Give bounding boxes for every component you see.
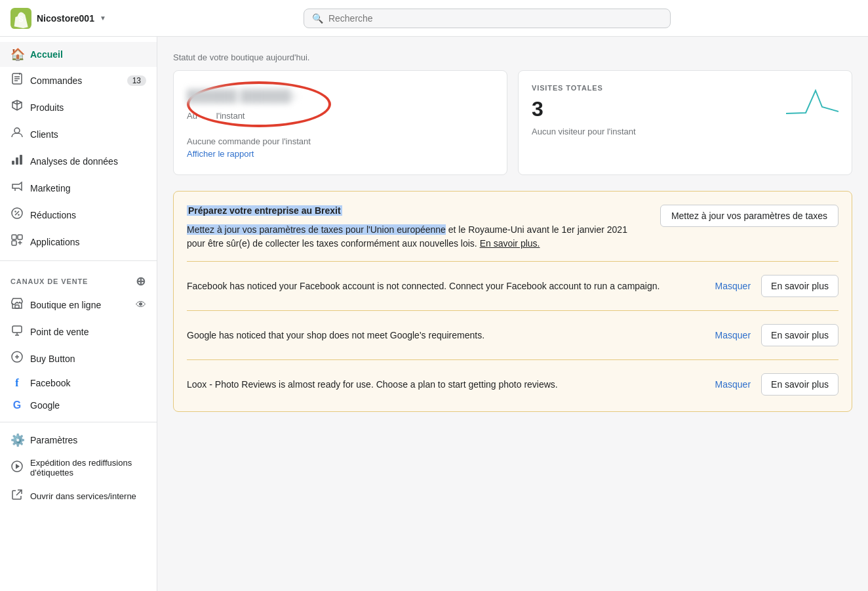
main-content: Statut de votre boutique aujourd'hui. ██…: [157, 37, 868, 591]
topbar: S Nicostore001 ▼ 🔍: [0, 0, 868, 37]
sidebar-item-ouvrir[interactable]: Ouvrir dans services/interne: [0, 483, 157, 510]
svg-rect-8: [16, 157, 18, 165]
sidebar-label-clients: Clients: [30, 129, 58, 140]
settings-icon: ⚙️: [10, 433, 24, 447]
blurred-orders-title: ██████ ██████s: [187, 89, 296, 102]
mini-chart: [786, 84, 838, 119]
sidebar-item-expedition[interactable]: Expédition des rediffusions d'étiquettes: [0, 453, 157, 483]
update-taxes-button[interactable]: Mettez à jour vos paramètres de taxes: [660, 205, 838, 227]
products-icon: [10, 99, 24, 115]
brexit-title: Préparez votre entreprise au Brexit: [187, 205, 342, 216]
loox-en-savoir-button[interactable]: En savoir plus: [761, 373, 838, 396]
google-notification: Google has noticed that your shop does n…: [187, 321, 838, 349]
brexit-section: Préparez votre entreprise au Brexit Mett…: [187, 205, 838, 251]
visits-stat-card: VISITES TOTALES 3 Aucun visiteur pour l'…: [518, 70, 852, 175]
afficher-rapport-link[interactable]: Afficher le rapport: [187, 149, 494, 159]
boutique-icon: [10, 296, 24, 313]
sidebar-item-parametres[interactable]: ⚙️ Paramètres: [0, 428, 157, 453]
brexit-text-area: Préparez votre entreprise au Brexit Mett…: [187, 205, 647, 251]
sidebar-item-produits[interactable]: Produits: [0, 94, 157, 121]
sidebar-label-expedition: Expédition des rediffusions d'étiquettes: [30, 458, 146, 478]
reductions-icon: [10, 207, 24, 223]
sidebar-item-clients[interactable]: Clients: [0, 121, 157, 148]
sidebar-label-analyses: Analyses de données: [30, 156, 118, 167]
svg-rect-7: [12, 161, 14, 165]
banner-divider-1: [187, 261, 838, 262]
svg-text:S: S: [18, 14, 24, 22]
svg-rect-12: [18, 235, 22, 239]
sidebar-label-parametres: Paramètres: [30, 435, 77, 445]
google-en-savoir-button[interactable]: En savoir plus: [761, 324, 838, 346]
sidebar-label-commandes: Commandes: [30, 75, 82, 86]
shopify-logo: S: [10, 8, 31, 29]
add-channel-icon[interactable]: ⊕: [136, 274, 146, 289]
orders-icon: [10, 72, 24, 89]
facebook-notification: Facebook has noticed your Facebook accou…: [187, 272, 838, 300]
svg-rect-14: [15, 305, 19, 308]
sidebar-label-facebook: Facebook: [30, 378, 70, 388]
loox-notification: Loox - Photo Reviews is almost ready for…: [187, 371, 838, 398]
canaux-section-title: CANAUX DE VENTE ⊕: [0, 266, 157, 291]
page-status-text: Statut de votre boutique aujourd'hui.: [173, 52, 852, 62]
eye-icon[interactable]: 👁: [136, 299, 146, 311]
orders-instant-label: Au l'instant: [187, 111, 494, 121]
sidebar-item-google[interactable]: G Google: [0, 394, 157, 417]
sidebar-item-marketing[interactable]: Marketing: [0, 174, 157, 201]
svg-rect-9: [20, 155, 22, 165]
facebook-icon: f: [10, 377, 24, 389]
loox-masquer-button[interactable]: Masquer: [713, 379, 753, 390]
brand-dropdown-icon: ▼: [100, 14, 106, 22]
brand-selector[interactable]: S Nicostore001 ▼: [10, 8, 106, 29]
analytics-icon: [10, 153, 24, 169]
orders-no-order-text: Aucune commande pour l'instant: [187, 136, 494, 146]
canaux-label: CANAUX DE VENTE: [10, 277, 88, 285]
sidebar-label-point-vente: Point de vente: [30, 327, 89, 337]
search-bar: 🔍: [304, 9, 671, 28]
sidebar-item-reductions[interactable]: Réductions: [0, 201, 157, 228]
stats-row: ██████ ██████s Au l'instant Aucune comma…: [173, 70, 852, 175]
sidebar-item-facebook[interactable]: f Facebook: [0, 372, 157, 394]
sidebar-item-analyses[interactable]: Analyses de données: [0, 148, 157, 174]
svg-rect-15: [12, 326, 22, 333]
applications-icon: [10, 234, 24, 250]
search-icon: 🔍: [312, 13, 323, 24]
sidebar-item-buy-button[interactable]: Buy Button: [0, 345, 157, 372]
facebook-notification-text: Facebook has noticed your Facebook accou…: [187, 279, 705, 293]
sidebar-divider: [0, 260, 157, 261]
sidebar-label-buy-button: Buy Button: [30, 354, 75, 364]
clients-icon: [10, 126, 24, 142]
sidebar-item-applications[interactable]: Applications: [0, 228, 157, 255]
app-layout: 🏠 Accueil Commandes 13 Produits Clients: [0, 37, 868, 591]
loox-notification-text: Loox - Photo Reviews is almost ready for…: [187, 378, 705, 392]
google-notification-text: Google has noticed that your shop does n…: [187, 329, 705, 342]
brexit-body-highlighted: Mettez à jour vos paramètres de taxes po…: [187, 224, 446, 235]
sidebar-label-accueil: Accueil: [30, 49, 63, 60]
facebook-en-savoir-button[interactable]: En savoir plus: [761, 275, 838, 297]
sidebar-item-boutique[interactable]: Boutique en ligne 👁: [0, 291, 157, 318]
sidebar-label-marketing: Marketing: [30, 183, 70, 194]
facebook-masquer-button[interactable]: Masquer: [713, 281, 753, 291]
visits-sub: Aucun visiteur pour l'instant: [532, 127, 838, 136]
banner-divider-3: [187, 359, 838, 360]
svg-rect-11: [12, 235, 16, 239]
sidebar-label-applications: Applications: [30, 237, 80, 247]
sidebar-item-accueil[interactable]: 🏠 Accueil: [0, 42, 157, 67]
info-banner: Préparez votre entreprise au Brexit Mett…: [173, 191, 852, 412]
pos-icon: [10, 323, 24, 340]
buy-button-icon: [10, 350, 24, 367]
brand-name: Nicostore001: [37, 13, 94, 24]
orders-stat-card: ██████ ██████s Au l'instant Aucune comma…: [173, 70, 507, 175]
marketing-icon: [10, 180, 24, 196]
sidebar-label-boutique: Boutique en ligne: [30, 300, 101, 310]
google-masquer-button[interactable]: Masquer: [713, 330, 753, 340]
search-input[interactable]: [328, 13, 662, 24]
google-icon: G: [10, 399, 24, 411]
sidebar-item-commandes[interactable]: Commandes 13: [0, 67, 157, 94]
svg-rect-13: [12, 241, 16, 245]
commandes-badge: 13: [127, 75, 146, 86]
svg-point-6: [14, 128, 20, 133]
sidebar-label-google: Google: [30, 400, 60, 411]
brexit-learn-more[interactable]: En savoir plus.: [480, 238, 540, 249]
sidebar-item-point-vente[interactable]: Point de vente: [0, 318, 157, 345]
sidebar-label-reductions: Réductions: [30, 210, 76, 220]
